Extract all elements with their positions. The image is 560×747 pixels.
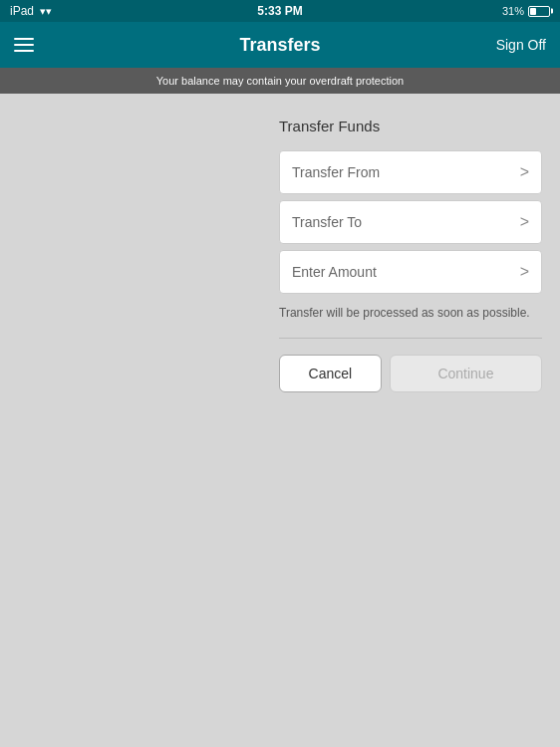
section-title: Transfer Funds <box>279 118 542 134</box>
enter-amount-label: Enter Amount <box>292 264 377 280</box>
status-bar: iPad ▾▾ 5:33 PM 31% <box>0 0 560 22</box>
device-label: iPad <box>10 4 34 18</box>
transfer-from-label: Transfer From <box>292 164 380 180</box>
main-content: Transfer Funds Transfer From > Transfer … <box>0 94 560 747</box>
transfer-from-chevron-icon: > <box>520 163 529 181</box>
divider <box>279 338 542 339</box>
nav-bar: Transfers Sign Off <box>0 22 560 68</box>
status-bar-left: iPad ▾▾ <box>10 4 52 18</box>
cancel-button[interactable]: Cancel <box>279 355 382 392</box>
enter-amount-chevron-icon: > <box>520 263 529 281</box>
page-title: Transfers <box>239 35 320 56</box>
transfer-from-row[interactable]: Transfer From > <box>279 150 542 194</box>
status-bar-right: 31% <box>502 5 550 17</box>
processing-note: Transfer will be processed as soon as po… <box>279 304 542 322</box>
wifi-icon: ▾▾ <box>40 5 52 18</box>
status-bar-time: 5:33 PM <box>257 4 302 18</box>
sign-off-button[interactable]: Sign Off <box>496 37 546 53</box>
transfer-to-chevron-icon: > <box>520 213 529 231</box>
overdraft-banner: Your balance may contain your overdraft … <box>0 68 560 94</box>
transfer-to-row[interactable]: Transfer To > <box>279 200 542 244</box>
transfer-to-label: Transfer To <box>292 214 362 230</box>
button-row: Cancel Continue <box>279 355 542 392</box>
menu-button[interactable] <box>14 38 34 52</box>
continue-button: Continue <box>390 355 542 392</box>
battery-icon <box>528 6 550 17</box>
battery-percent: 31% <box>502 5 524 17</box>
transfer-form-panel: Transfer Funds Transfer From > Transfer … <box>261 94 560 747</box>
banner-text: Your balance may contain your overdraft … <box>156 75 404 87</box>
enter-amount-row[interactable]: Enter Amount > <box>279 250 542 294</box>
